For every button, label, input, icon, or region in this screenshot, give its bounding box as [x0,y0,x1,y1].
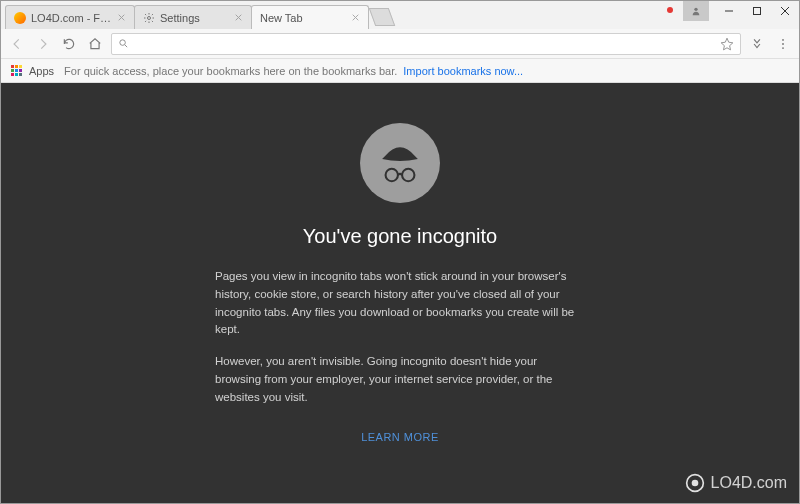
favicon-lo4d-icon [14,12,26,24]
incognito-description: Pages you view in incognito tabs won't s… [215,268,585,407]
svg-point-3 [120,40,126,46]
toolbar [1,29,799,59]
tab-label: Settings [160,12,229,24]
incognito-icon [360,123,440,203]
tab-strip: LO4D.com - Free Softwa Settings New Tab [1,1,661,29]
home-button[interactable] [85,34,105,54]
tab-lo4d[interactable]: LO4D.com - Free Softwa [5,5,135,29]
apps-label[interactable]: Apps [29,65,54,77]
tab-label: LO4D.com - Free Softwa [31,12,112,24]
account-button[interactable] [683,1,709,21]
svg-point-4 [782,38,784,40]
incognito-para-1: Pages you view in incognito tabs won't s… [215,268,585,339]
apps-icon[interactable] [11,65,23,77]
svg-point-1 [694,8,697,11]
tab-close-button[interactable] [117,13,126,22]
reload-button[interactable] [59,34,79,54]
bookmark-star-icon[interactable] [720,37,734,51]
svg-point-5 [782,43,784,45]
back-button[interactable] [7,34,27,54]
forward-button[interactable] [33,34,53,54]
address-input[interactable] [135,37,714,51]
lo4d-logo-icon [685,473,705,493]
menu-button[interactable] [773,34,793,54]
favicon-gear-icon [143,12,155,24]
incognito-heading: You've gone incognito [303,225,497,248]
bookmarks-hint: For quick access, place your bookmarks h… [64,65,397,77]
svg-point-10 [691,480,698,487]
svg-rect-2 [754,8,761,15]
window-maximize-button[interactable] [743,1,771,21]
titlebar: LO4D.com - Free Softwa Settings New Tab [1,1,799,29]
incognito-para-2: However, you aren't invisible. Going inc… [215,353,585,406]
tab-close-button[interactable] [351,13,360,22]
new-tab-button[interactable] [369,8,396,26]
window-minimize-button[interactable] [715,1,743,21]
svg-point-0 [148,16,151,19]
omnibox[interactable] [111,33,741,55]
recording-indicator-icon [667,7,673,13]
search-icon [118,38,129,49]
extensions-overflow-button[interactable] [747,34,767,54]
svg-point-7 [386,169,398,181]
svg-point-8 [402,169,414,181]
tab-close-button[interactable] [234,13,243,22]
browser-window: LO4D.com - Free Softwa Settings New Tab [0,0,800,504]
window-close-button[interactable] [771,1,799,21]
watermark-text: LO4D.com [711,474,787,492]
bookmarks-bar: Apps For quick access, place your bookma… [1,59,799,83]
window-controls [683,1,799,21]
svg-point-6 [782,47,784,49]
tab-settings[interactable]: Settings [134,5,252,29]
content-area: You've gone incognito Pages you view in … [1,83,799,503]
import-bookmarks-link[interactable]: Import bookmarks now... [403,65,523,77]
learn-more-link[interactable]: LEARN MORE [361,431,439,443]
watermark: LO4D.com [685,473,787,493]
tab-new-tab[interactable]: New Tab [251,5,369,29]
tab-label: New Tab [260,12,346,24]
